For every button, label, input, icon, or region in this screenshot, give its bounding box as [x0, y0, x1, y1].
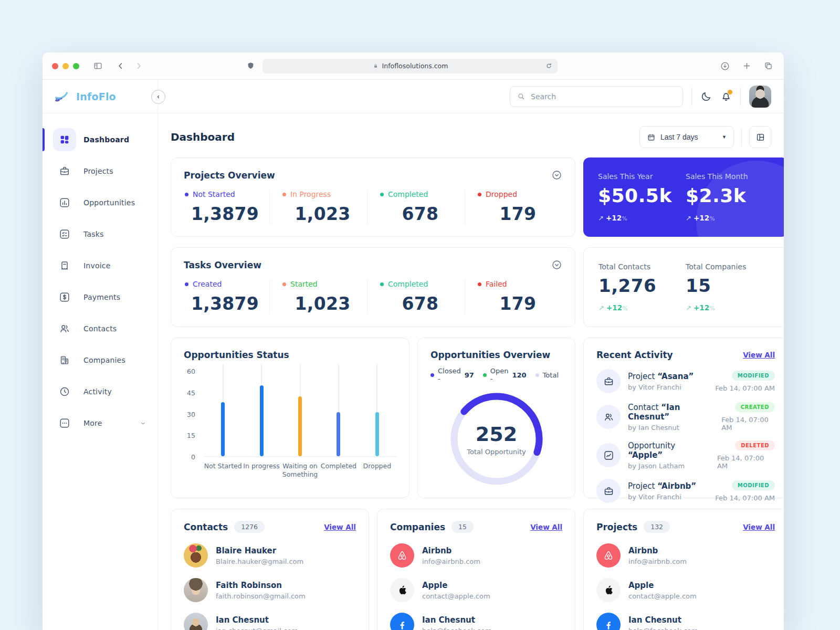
stat-dot	[380, 193, 384, 196]
tab-overview-icon[interactable]	[763, 61, 773, 71]
view-all-link[interactable]: View All	[743, 351, 775, 359]
contact-row[interactable]: Faith Robinson faith.robinson@gmail.com	[184, 578, 356, 602]
company-logo	[390, 543, 414, 568]
sales-month-label: Sales This Month	[686, 172, 773, 181]
sidebar-item[interactable]: Invoice	[43, 250, 158, 281]
count-badge: 15	[452, 521, 474, 533]
url-text: Infoflosolutions.com	[382, 62, 448, 70]
activity-row[interactable]: Contact “Ian Chesnut” by Ian Chesnut CRE…	[596, 402, 775, 432]
card-title: Companies	[390, 522, 445, 532]
company-email: info@airbnb.com	[422, 558, 480, 565]
activity-author: by Vitor Franchi	[628, 383, 694, 391]
sales-month-delta: ↗ +12%	[686, 214, 773, 222]
view-all-link[interactable]: View All	[743, 523, 775, 531]
chevron-circle-icon[interactable]	[551, 259, 562, 270]
new-tab-icon[interactable]	[742, 61, 752, 71]
company-row[interactable]: Airbnb info@airbnb.com	[390, 543, 562, 568]
activity-row[interactable]: Project “Airbnb” by Vitor Franchi MODIFI…	[596, 479, 775, 503]
activity-type-icon	[596, 443, 621, 467]
downloads-icon[interactable]	[720, 61, 730, 71]
reload-icon[interactable]	[545, 62, 553, 70]
privacy-shield-icon[interactable]	[246, 61, 255, 70]
company-name: Apple	[422, 581, 490, 590]
sidebar-item[interactable]: Companies	[43, 344, 158, 376]
company-row[interactable]: Apple contact@apple.com	[390, 578, 562, 602]
layout-toggle-button[interactable]	[749, 126, 771, 148]
sidebar-item[interactable]: Activity	[43, 376, 158, 407]
y-tick: 45	[187, 389, 195, 397]
activity-row[interactable]: Project “Asana” by Vitor Franchi MODIFIE…	[596, 369, 775, 393]
bar-column	[358, 369, 396, 456]
zoom-window-button[interactable]	[73, 63, 79, 69]
company-email: help@facebook.com	[422, 627, 491, 630]
legend-value: 97	[465, 371, 474, 379]
caret-down-icon: ▼	[722, 134, 727, 140]
contact-avatar	[184, 613, 208, 630]
view-all-link[interactable]: View All	[324, 523, 356, 531]
bar-column	[204, 369, 242, 456]
stat-dot	[282, 282, 286, 286]
stat-value: 1,3879	[185, 293, 265, 314]
sales-year-label: Sales This Year	[598, 172, 686, 181]
close-window-button[interactable]	[52, 63, 58, 69]
page-header: Dashboard Last 7 days ▼	[171, 126, 771, 148]
address-bar[interactable]: Infoflosolutions.com	[262, 59, 558, 74]
legend-label: Open -	[490, 367, 509, 383]
project-row[interactable]: Ian Chesnut help@facebook.com	[596, 613, 775, 630]
view-all-link[interactable]: View All	[530, 523, 562, 531]
sidebar-item-label: Payments	[83, 293, 120, 301]
stat-label: Completed	[388, 280, 428, 288]
sidebar-item-label: Contacts	[83, 324, 117, 333]
card-title: Opportunities Status	[184, 350, 289, 360]
sidebar-item[interactable]: Opportunities	[43, 187, 158, 218]
contact-row[interactable]: Blaire Hauker Blaire.hauker@gmail.com	[184, 543, 356, 568]
donut-legend: Closed - 97 Open - 120	[430, 367, 562, 383]
legend-label: Total	[543, 371, 559, 379]
sidebar-item[interactable]: More	[43, 407, 158, 439]
contact-row[interactable]: Ian Chesnut ian.chesnut@gmail.com	[184, 613, 356, 630]
dark-mode-toggle[interactable]	[700, 91, 712, 102]
project-row[interactable]: Apple contact@apple.com	[596, 578, 775, 602]
sidebar-item-icon	[53, 128, 76, 151]
search-box	[510, 86, 683, 107]
sidebar-item[interactable]: Payments	[43, 281, 158, 313]
notifications-bell-icon[interactable]	[720, 91, 732, 102]
browser-forward-button[interactable]	[134, 61, 144, 71]
sidebar-item[interactable]: Dashboard	[43, 124, 158, 155]
minimize-window-button[interactable]	[62, 63, 69, 69]
activity-title: Contact “Ian Chesnut”	[628, 403, 714, 422]
project-row[interactable]: Airbnb info@airbnb.com	[596, 543, 775, 568]
sidebar-item-icon	[53, 191, 76, 214]
sales-year-delta: ↗ +12%	[598, 214, 686, 222]
chevron-circle-icon[interactable]	[551, 170, 562, 181]
sidebar-collapse-button[interactable]	[151, 90, 165, 104]
sidebar-item-icon	[53, 160, 76, 183]
company-row[interactable]: Ian Chesnut help@facebook.com	[390, 613, 562, 630]
opportunities-status-card: Opportunities Status 015304560 Not Start…	[171, 338, 410, 498]
sidebar-item[interactable]: Tasks	[43, 218, 158, 250]
company-name: Airbnb	[422, 546, 480, 555]
sidebar-item-icon	[53, 349, 76, 372]
sidebar: InfoFlo Dashboard Projects	[43, 80, 158, 630]
browser-back-button[interactable]	[116, 61, 125, 71]
tasks-stats: Created 1,3879 Started	[184, 280, 562, 314]
stat-label: Created	[193, 280, 222, 288]
sidebar-item[interactable]: Contacts	[43, 313, 158, 344]
activity-row[interactable]: Opportunity “Apple” by Jason Latham DELE…	[596, 440, 775, 470]
date-range-dropdown[interactable]: Last 7 days ▼	[639, 126, 734, 148]
user-avatar[interactable]	[749, 86, 771, 108]
logo[interactable]: InfoFlo	[43, 80, 158, 113]
search-input[interactable]	[531, 92, 676, 101]
sidebar-item-icon	[53, 223, 76, 246]
date-range-value: Last 7 days	[660, 133, 698, 141]
total-companies-label: Total Companies	[686, 262, 773, 271]
stat-cell: Dropped 179	[465, 190, 562, 224]
lock-icon	[372, 62, 379, 69]
stat-cell: Not Started 1,3879	[184, 190, 269, 224]
sidebar-item[interactable]: Projects	[43, 155, 158, 187]
bars-plot	[204, 369, 396, 457]
browser-sidebar-toggle-icon[interactable]	[93, 61, 103, 71]
bar-chart-y-axis: 015304560	[184, 369, 200, 457]
main-area: Dashboard Last 7 days ▼	[158, 80, 784, 630]
chevron-down-icon	[139, 419, 147, 427]
